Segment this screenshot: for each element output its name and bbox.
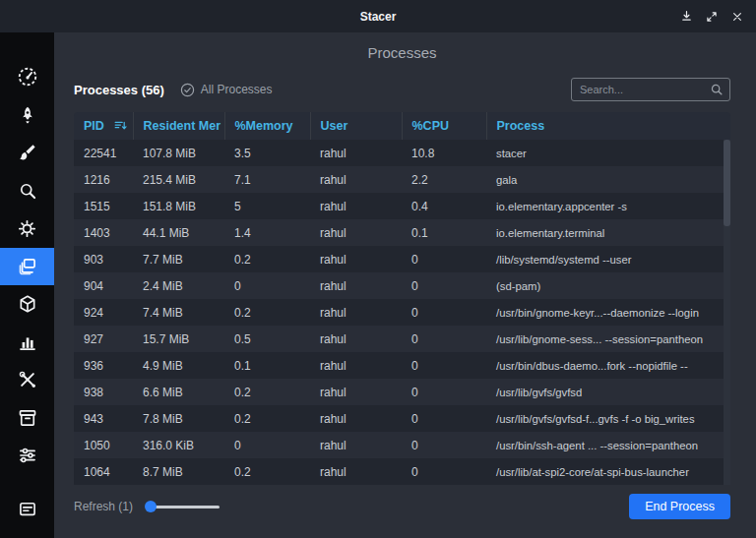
process-cell: rahul [310,272,402,299]
process-cell: /usr/bin/gnome-keyr...--daemonize --logi… [486,299,730,326]
process-cell: 903 [74,246,133,272]
expand-icon [706,11,718,23]
process-row[interactable]: 1050316.0 KiB0rahul0/usr/bin/ssh-agent .… [74,432,730,458]
process-cell: 1050 [74,432,133,458]
column-header-memory-percent[interactable]: %Memory [224,112,310,140]
process-row[interactable]: 1216215.4 MiB7.1rahul2.2gala [74,166,730,193]
slider-track[interactable] [149,506,220,508]
end-process-button[interactable]: End Process [629,494,730,519]
process-cell: 1.4 [224,219,310,246]
process-cell: 8.7 MiB [133,458,224,485]
column-header-process[interactable]: Process [486,112,730,140]
sidebar-item-system-cleaner[interactable] [0,134,54,172]
refresh-interval-slider[interactable] [145,500,220,513]
process-cell: 0.2 [224,299,310,326]
column-header-cpu-percent[interactable]: %CPU [402,112,486,140]
process-cell: 2.4 MiB [133,272,224,299]
process-cell: 5 [224,193,310,219]
column-header-pid[interactable]: PID [74,112,133,140]
process-cell: 215.4 MiB [133,166,224,193]
process-row[interactable]: 140344.1 MiB1.4rahul0.1io.elementary.ter… [74,219,730,246]
sidebar-item-apt-repositories[interactable] [0,399,54,438]
download-updates-button[interactable] [675,6,697,28]
process-cell: 0.2 [224,458,310,485]
scrollbar-thumb[interactable] [724,140,730,226]
process-row[interactable]: 9042.4 MiB0rahul0(sd-pam) [74,272,730,299]
process-cell: /usr/lib/gvfs/gvfsd-f...gvfs -f -o big_w… [486,405,730,432]
sidebar-item-processes[interactable] [0,248,54,286]
process-cell: 0.5 [224,326,310,352]
sidebar-item-settings[interactable] [0,437,54,475]
search-icon [710,83,724,96]
process-row[interactable]: 9386.6 MiB0.2rahul0/usr/lib/gvfs/gvfsd [74,379,730,405]
process-cell: 1403 [74,219,133,246]
process-row[interactable]: 22541107.8 MiB3.5rahul10.8stacer [74,140,730,166]
page-title: Processes [74,44,730,61]
process-cell: 7.7 MiB [133,246,224,272]
column-header-resident-memory[interactable]: Resident Mer [133,112,224,140]
titlebar[interactable]: Stacer [0,0,756,32]
process-cell: 6.6 MiB [133,379,224,405]
process-cell: rahul [310,458,402,485]
main-content: Processes Processes (56) All Processes [54,32,756,538]
process-cell: rahul [310,299,402,326]
sidebar-item-startup-apps[interactable] [0,96,54,135]
process-cell: 10.8 [402,140,486,166]
download-icon [680,10,693,23]
process-cell: /usr/lib/at-spi2-core/at-spi-bus-launche… [486,458,730,485]
gauge-icon [17,66,38,88]
process-row[interactable]: 9247.4 MiB0.2rahul0/usr/bin/gnome-keyr..… [74,299,730,326]
all-processes-toggle[interactable]: All Processes [180,83,273,97]
process-cell: /usr/bin/ssh-agent ... --session=pantheo… [486,432,730,458]
process-row[interactable]: 92715.7 MiB0.5rahul0/usr/lib/gnome-sess.… [74,326,730,352]
message-icon [18,500,37,519]
process-cell: /lib/systemd/systemd --user [486,246,730,272]
column-header-user[interactable]: User [310,112,402,140]
process-row[interactable]: 10648.7 MiB0.2rahul0/usr/lib/at-spi2-cor… [74,458,730,485]
process-row[interactable]: 9364.9 MiB0.1rahul0/usr/bin/dbus-daemo..… [74,352,730,379]
process-cell: rahul [310,219,402,246]
process-cell: 1216 [74,166,133,193]
process-cell: rahul [310,352,402,379]
sidebar-item-resources[interactable] [0,324,54,362]
process-cell: io.elementary.appcenter -s [486,193,730,219]
process-row[interactable]: 1515151.8 MiB5rahul0.4io.elementary.appc… [74,193,730,219]
process-cell: rahul [310,326,402,352]
slider-handle[interactable] [145,501,157,512]
process-cell: 1515 [74,193,133,219]
gears-icon [17,218,37,239]
process-cell: rahul [310,166,402,193]
titlebar-actions [675,6,756,28]
process-cell: io.elementary.terminal [486,219,730,246]
sidebar-item-uninstaller[interactable] [0,285,54,324]
sidebar-item-dashboard[interactable] [0,58,54,96]
table-scrollbar[interactable] [724,140,730,485]
sidebar-item-search[interactable] [0,172,54,210]
process-cell: 0.2 [224,246,310,272]
process-cell: 0.4 [402,193,486,219]
process-cell: 0 [402,405,486,432]
process-cell: 904 [74,272,133,299]
process-cell: 316.0 KiB [133,432,224,458]
process-row[interactable]: 9437.8 MiB0.2rahul0/usr/lib/gvfs/gvfsd-f… [74,405,730,432]
process-cell: rahul [310,379,402,405]
process-cell: 927 [74,326,133,352]
refresh-label: Refresh (1) [74,500,133,513]
maximize-button[interactable] [701,6,723,28]
process-cell: 0.2 [224,405,310,432]
sidebar-item-feedback[interactable] [0,491,54,529]
process-table: PID Resident Mer %Memory User %CPU Proce… [74,112,730,485]
process-cell: 0 [224,432,310,458]
process-cell: 0 [402,379,486,405]
process-cell: 44.1 MiB [133,219,224,246]
process-cell: 0.1 [224,352,310,379]
process-row[interactable]: 9037.7 MiB0.2rahul0/lib/systemd/systemd … [74,246,730,272]
close-button[interactable] [726,6,748,28]
search-input[interactable] [572,79,729,100]
process-cell: stacer [486,140,730,166]
sidebar-item-services[interactable] [0,209,54,248]
close-icon [731,11,743,23]
table-header-row: PID Resident Mer %Memory User %CPU Proce… [74,112,730,140]
sidebar-item-helpers[interactable] [0,361,54,399]
process-cell: 4.9 MiB [133,352,224,379]
